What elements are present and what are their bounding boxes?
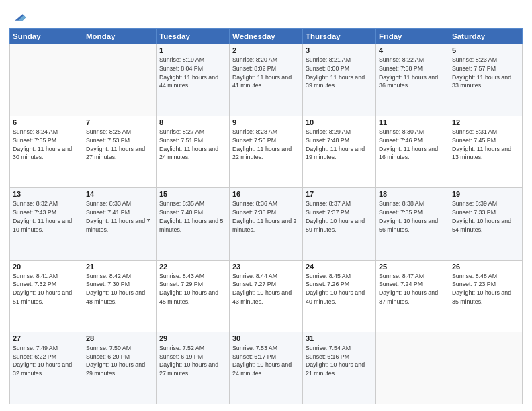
calendar-cell: 27Sunrise: 7:49 AM Sunset: 6:22 PM Dayli…	[10, 332, 83, 404]
day-number: 2	[232, 46, 300, 54]
day-number: 18	[379, 190, 446, 198]
weekday-sunday: Sunday	[10, 29, 83, 44]
calendar-cell	[449, 332, 523, 404]
calendar-cell: 28Sunrise: 7:50 AM Sunset: 6:20 PM Dayli…	[83, 332, 157, 404]
calendar-cell: 13Sunrise: 8:32 AM Sunset: 7:43 PM Dayli…	[10, 188, 83, 260]
calendar-cell: 1Sunrise: 8:19 AM Sunset: 8:04 PM Daylig…	[157, 44, 230, 116]
day-info: Sunrise: 8:25 AM Sunset: 7:53 PM Dayligh…	[86, 128, 153, 162]
day-number: 10	[306, 118, 373, 126]
day-info: Sunrise: 8:36 AM Sunset: 7:38 PM Dayligh…	[232, 199, 300, 234]
calendar-cell: 20Sunrise: 8:41 AM Sunset: 7:32 PM Dayli…	[10, 260, 83, 332]
day-number: 24	[306, 263, 373, 271]
day-info: Sunrise: 8:20 AM Sunset: 8:02 PM Dayligh…	[232, 56, 300, 90]
day-number: 31	[306, 334, 373, 342]
calendar-cell: 24Sunrise: 8:45 AM Sunset: 7:26 PM Dayli…	[303, 260, 376, 332]
calendar-cell: 21Sunrise: 8:42 AM Sunset: 7:30 PM Dayli…	[83, 260, 157, 332]
calendar-cell: 23Sunrise: 8:44 AM Sunset: 7:27 PM Dayli…	[230, 260, 303, 332]
weekday-wednesday: Wednesday	[230, 29, 303, 44]
day-number: 3	[306, 46, 373, 54]
day-info: Sunrise: 7:52 AM Sunset: 6:19 PM Dayligh…	[159, 344, 226, 378]
calendar-cell: 18Sunrise: 8:38 AM Sunset: 7:35 PM Dayli…	[376, 188, 449, 260]
day-number: 16	[232, 190, 300, 198]
day-number: 30	[232, 334, 300, 342]
calendar-cell: 4Sunrise: 8:22 AM Sunset: 7:58 PM Daylig…	[376, 44, 449, 116]
day-info: Sunrise: 7:54 AM Sunset: 6:16 PM Dayligh…	[306, 344, 373, 378]
weekday-friday: Friday	[376, 29, 449, 44]
calendar-table: SundayMondayTuesdayWednesdayThursdayFrid…	[9, 28, 523, 404]
day-number: 11	[379, 118, 446, 126]
week-row-3: 13Sunrise: 8:32 AM Sunset: 7:43 PM Dayli…	[10, 188, 523, 260]
calendar-cell: 19Sunrise: 8:39 AM Sunset: 7:33 PM Dayli…	[449, 188, 523, 260]
day-info: Sunrise: 8:30 AM Sunset: 7:46 PM Dayligh…	[379, 128, 446, 162]
day-info: Sunrise: 8:31 AM Sunset: 7:45 PM Dayligh…	[452, 128, 519, 162]
day-number: 12	[452, 118, 519, 126]
day-info: Sunrise: 8:38 AM Sunset: 7:35 PM Dayligh…	[379, 199, 446, 234]
weekday-monday: Monday	[83, 29, 157, 44]
day-number: 23	[232, 263, 300, 271]
week-row-1: 1Sunrise: 8:19 AM Sunset: 8:04 PM Daylig…	[10, 44, 523, 116]
day-number: 13	[13, 190, 80, 198]
calendar-cell: 22Sunrise: 8:43 AM Sunset: 7:29 PM Dayli…	[157, 260, 230, 332]
calendar-cell	[83, 44, 157, 116]
day-number: 8	[159, 118, 226, 126]
day-number: 14	[86, 190, 153, 198]
day-number: 5	[452, 46, 519, 54]
day-number: 20	[13, 263, 80, 271]
day-info: Sunrise: 7:53 AM Sunset: 6:17 PM Dayligh…	[232, 344, 300, 378]
day-info: Sunrise: 8:32 AM Sunset: 7:43 PM Dayligh…	[13, 199, 80, 234]
calendar-cell: 9Sunrise: 8:28 AM Sunset: 7:50 PM Daylig…	[230, 116, 303, 188]
day-info: Sunrise: 8:48 AM Sunset: 7:23 PM Dayligh…	[452, 272, 519, 306]
day-info: Sunrise: 8:29 AM Sunset: 7:48 PM Dayligh…	[306, 128, 373, 162]
week-row-5: 27Sunrise: 7:49 AM Sunset: 6:22 PM Dayli…	[10, 332, 523, 404]
calendar-cell	[10, 44, 83, 116]
day-info: Sunrise: 8:41 AM Sunset: 7:32 PM Dayligh…	[13, 272, 80, 306]
calendar-cell: 29Sunrise: 7:52 AM Sunset: 6:19 PM Dayli…	[157, 332, 230, 404]
calendar-cell: 31Sunrise: 7:54 AM Sunset: 6:16 PM Dayli…	[303, 332, 376, 404]
calendar-cell	[376, 332, 449, 404]
calendar-cell: 25Sunrise: 8:47 AM Sunset: 7:24 PM Dayli…	[376, 260, 449, 332]
day-number: 1	[159, 46, 226, 54]
day-info: Sunrise: 7:50 AM Sunset: 6:20 PM Dayligh…	[86, 344, 153, 378]
calendar-cell: 15Sunrise: 8:35 AM Sunset: 7:40 PM Dayli…	[157, 188, 230, 260]
weekday-tuesday: Tuesday	[157, 29, 230, 44]
calendar-cell: 12Sunrise: 8:31 AM Sunset: 7:45 PM Dayli…	[449, 116, 523, 188]
day-number: 27	[13, 334, 80, 342]
day-info: Sunrise: 8:35 AM Sunset: 7:40 PM Dayligh…	[159, 199, 226, 234]
day-info: Sunrise: 8:45 AM Sunset: 7:26 PM Dayligh…	[306, 272, 373, 306]
day-info: Sunrise: 8:42 AM Sunset: 7:30 PM Dayligh…	[86, 272, 153, 306]
day-info: Sunrise: 8:47 AM Sunset: 7:24 PM Dayligh…	[379, 272, 446, 306]
logo	[9, 9, 27, 24]
calendar-cell: 8Sunrise: 8:27 AM Sunset: 7:51 PM Daylig…	[157, 116, 230, 188]
calendar-cell: 2Sunrise: 8:20 AM Sunset: 8:02 PM Daylig…	[230, 44, 303, 116]
day-number: 6	[13, 118, 80, 126]
week-row-2: 6Sunrise: 8:24 AM Sunset: 7:55 PM Daylig…	[10, 116, 523, 188]
calendar-cell: 17Sunrise: 8:37 AM Sunset: 7:37 PM Dayli…	[303, 188, 376, 260]
calendar-cell: 7Sunrise: 8:25 AM Sunset: 7:53 PM Daylig…	[83, 116, 157, 188]
day-info: Sunrise: 8:44 AM Sunset: 7:27 PM Dayligh…	[232, 272, 300, 306]
week-row-4: 20Sunrise: 8:41 AM Sunset: 7:32 PM Dayli…	[10, 260, 523, 332]
day-info: Sunrise: 8:23 AM Sunset: 7:57 PM Dayligh…	[452, 56, 519, 90]
header	[9, 7, 523, 24]
calendar-cell: 11Sunrise: 8:30 AM Sunset: 7:46 PM Dayli…	[376, 116, 449, 188]
day-info: Sunrise: 8:37 AM Sunset: 7:37 PM Dayligh…	[306, 199, 373, 234]
day-info: Sunrise: 8:19 AM Sunset: 8:04 PM Dayligh…	[159, 56, 226, 90]
calendar-cell: 6Sunrise: 8:24 AM Sunset: 7:55 PM Daylig…	[10, 116, 83, 188]
day-info: Sunrise: 7:49 AM Sunset: 6:22 PM Dayligh…	[13, 344, 80, 378]
logo-icon	[11, 9, 27, 26]
calendar-cell: 26Sunrise: 8:48 AM Sunset: 7:23 PM Dayli…	[449, 260, 523, 332]
day-number: 19	[452, 190, 519, 198]
calendar-cell: 16Sunrise: 8:36 AM Sunset: 7:38 PM Dayli…	[230, 188, 303, 260]
day-number: 9	[232, 118, 300, 126]
day-info: Sunrise: 8:43 AM Sunset: 7:29 PM Dayligh…	[159, 272, 226, 306]
calendar-cell: 5Sunrise: 8:23 AM Sunset: 7:57 PM Daylig…	[449, 44, 523, 116]
day-number: 21	[86, 263, 153, 271]
weekday-saturday: Saturday	[449, 29, 523, 44]
day-number: 29	[159, 334, 226, 342]
day-number: 7	[86, 118, 153, 126]
day-info: Sunrise: 8:33 AM Sunset: 7:41 PM Dayligh…	[86, 199, 153, 234]
calendar-cell: 14Sunrise: 8:33 AM Sunset: 7:41 PM Dayli…	[83, 188, 157, 260]
day-number: 17	[306, 190, 373, 198]
day-info: Sunrise: 8:22 AM Sunset: 7:58 PM Dayligh…	[379, 56, 446, 90]
day-info: Sunrise: 8:21 AM Sunset: 8:00 PM Dayligh…	[306, 56, 373, 90]
day-number: 15	[159, 190, 226, 198]
